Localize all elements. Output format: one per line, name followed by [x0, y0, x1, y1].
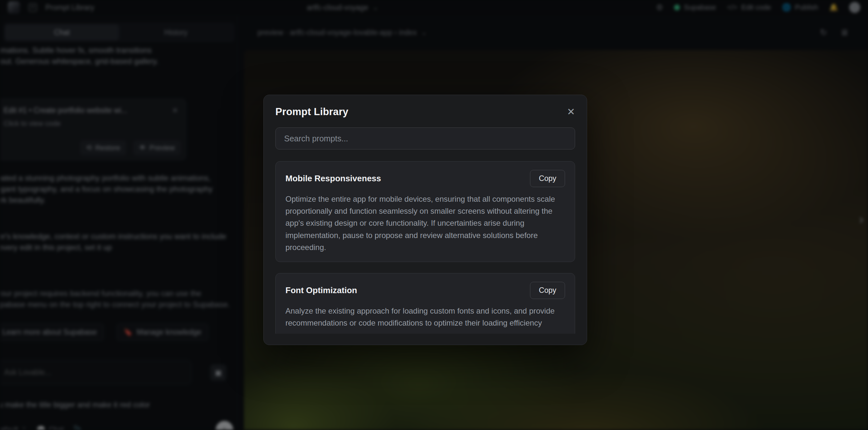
prompt-title: Font Optimization [285, 285, 357, 296]
search-input[interactable] [284, 134, 566, 143]
prompt-card-font-optimization: Font Optimization Copy Analyze the exist… [275, 273, 575, 334]
prompt-list: Mobile Responsiveness Copy Optimize the … [275, 161, 575, 334]
prompt-body: Analyze the existing approach for loadin… [285, 305, 565, 329]
copy-button[interactable]: Copy [530, 170, 565, 187]
search-box [275, 127, 575, 150]
app-root: Prompt Library artfc-cloud-voyage ⌄ ⚙ Su… [0, 0, 868, 430]
copy-button[interactable]: Copy [530, 282, 565, 299]
close-icon[interactable]: ✕ [567, 107, 575, 117]
prompt-body: Optimize the entire app for mobile devic… [285, 193, 565, 253]
prompt-title: Mobile Responsiveness [285, 174, 381, 184]
prompt-library-modal: Prompt Library ✕ Mobile Responsiveness C… [264, 95, 587, 345]
prompt-card-mobile-responsiveness: Mobile Responsiveness Copy Optimize the … [275, 161, 575, 262]
modal-title: Prompt Library [275, 106, 348, 118]
